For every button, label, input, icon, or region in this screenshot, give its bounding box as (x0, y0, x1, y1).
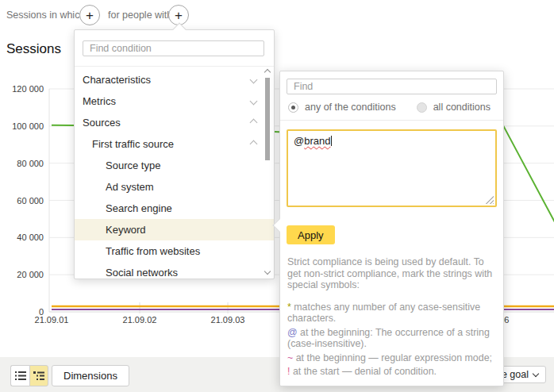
condition-dropdown: CharacteristicsMetricsSourcesFirst traff… (74, 29, 275, 279)
plus-icon: + (86, 9, 94, 22)
condition-item-label: Source type (106, 159, 160, 171)
condition-item-traffic-from-websites[interactable]: Traffic from websites (75, 240, 274, 262)
plus-icon: + (175, 9, 183, 22)
help-text-block: Strict compliance is being used by defau… (287, 256, 498, 380)
text-cursor (331, 136, 332, 146)
condition-item-metrics[interactable]: Metrics (75, 90, 274, 112)
condition-item-label: Metrics (83, 95, 116, 107)
conditions-textarea[interactable]: @brand (287, 129, 497, 207)
sessions-in-which-label: Sessions in which (6, 10, 85, 21)
help-intro: Strict compliance is being used by defau… (287, 256, 498, 291)
match-mode-radios: any of the conditions all conditions (288, 102, 491, 113)
rule-text: at the beginning: The occurrence of a st… (287, 327, 490, 350)
y-axis-tick-label: 120 000 (12, 84, 44, 94)
condition-item-label: Search engine (106, 202, 172, 214)
radio-any-label: any of the conditions (305, 102, 396, 113)
condition-item-source-type[interactable]: Source type (75, 155, 274, 176)
condition-item-search-engine[interactable]: Search engine (75, 198, 274, 219)
dropdown-scrollbar[interactable] (264, 69, 271, 275)
help-rule: * matches any number of any case-sensiti… (287, 302, 498, 325)
for-people-with-label: for people with (108, 10, 172, 21)
x-axis-tick-label: 21.09.02 (123, 315, 157, 325)
chevron-up-icon (250, 119, 258, 127)
condition-item-ad-system[interactable]: Ad system (75, 176, 274, 198)
add-session-condition-button[interactable]: + (79, 5, 100, 25)
condition-item-label: Social networks (106, 267, 178, 279)
condition-item-first-traffic-source[interactable]: First traffic source (75, 133, 274, 155)
resize-handle-icon[interactable] (485, 195, 494, 204)
condition-item-keyword[interactable]: Keyword (75, 219, 274, 240)
rule-text: at the start — denial of condition. (290, 366, 437, 377)
help-rule: ! at the start — denial of condition. (287, 366, 498, 378)
find-value-input[interactable] (287, 79, 497, 94)
help-rule: ~ at the beginning — regular expression … (287, 352, 498, 364)
rule-text: matches any number of any case-sensitive… (287, 302, 480, 325)
radio-selected-icon (288, 102, 298, 113)
rule-text: at the beginning — regular expression mo… (293, 352, 492, 363)
tree-list-view-button[interactable] (29, 365, 48, 386)
flat-list-view-button[interactable] (10, 365, 29, 386)
scrollbar-thumb[interactable] (265, 78, 270, 160)
chevron-down-icon (250, 76, 258, 84)
popup-notch (273, 219, 287, 233)
scroll-down-icon[interactable] (264, 268, 271, 275)
y-axis-tick-label: 0 (39, 307, 44, 317)
y-axis-tick-label: 60 000 (17, 196, 44, 206)
radio-any-conditions[interactable]: any of the conditions (288, 102, 396, 113)
condition-item-sources[interactable]: Sources (75, 112, 274, 133)
condition-list: CharacteristicsMetricsSourcesFirst traff… (75, 66, 274, 283)
dimensions-button[interactable]: Dimensions (52, 365, 129, 386)
condition-item-label: Traffic from websites (106, 245, 200, 257)
keyword-condition-popup: any of the conditions all conditions @br… (279, 71, 504, 386)
radio-all-conditions[interactable]: all conditions (417, 102, 491, 113)
tree-list-icon (33, 371, 44, 380)
segmentation-bar: Sessions in which + for people with + (0, 0, 554, 30)
chevron-down-icon (533, 370, 539, 376)
condition-item-social-networks[interactable]: Social networks (75, 262, 274, 283)
chart-title: Sessions (6, 41, 61, 57)
rule-symbol: @ (287, 327, 298, 338)
list-icon (15, 371, 26, 380)
chevron-down-icon (250, 98, 258, 106)
apply-button[interactable]: Apply (287, 225, 335, 244)
x-axis-tick-label: 21.09.03 (211, 315, 245, 325)
app-screen: Sessions 120 000100 00080 00060 00040 00… (0, 0, 554, 392)
help-rules-list: * matches any number of any case-sensiti… (287, 302, 498, 378)
condition-item-label: First traffic source (92, 138, 174, 150)
scroll-up-icon[interactable] (264, 69, 271, 75)
textarea-word: brand (304, 135, 330, 147)
y-axis-tick-label: 80 000 (17, 159, 44, 168)
condition-item-label: Sources (83, 117, 121, 129)
condition-item-label: Keyword (106, 224, 146, 236)
condition-item-label: Ad system (106, 181, 154, 193)
radio-unselected-icon (417, 102, 427, 113)
textarea-at-prefix: @ (294, 135, 304, 147)
condition-item-characteristics[interactable]: Characteristics (75, 69, 274, 90)
radio-all-label: all conditions (433, 102, 491, 113)
y-axis-tick-label: 40 000 (17, 233, 44, 242)
view-mode-switch (10, 365, 48, 386)
x-axis-tick-label: 21.09.01 (35, 315, 69, 325)
condition-item-label: Characteristics (83, 74, 151, 86)
find-condition-input[interactable] (83, 40, 264, 56)
help-rule: @ at the beginning: The occurrence of a … (287, 327, 498, 350)
chevron-up-icon (250, 140, 258, 148)
y-axis-tick-label: 100 000 (12, 121, 44, 131)
popup-divider (280, 120, 503, 121)
y-axis-tick-label: 20 000 (17, 270, 44, 279)
